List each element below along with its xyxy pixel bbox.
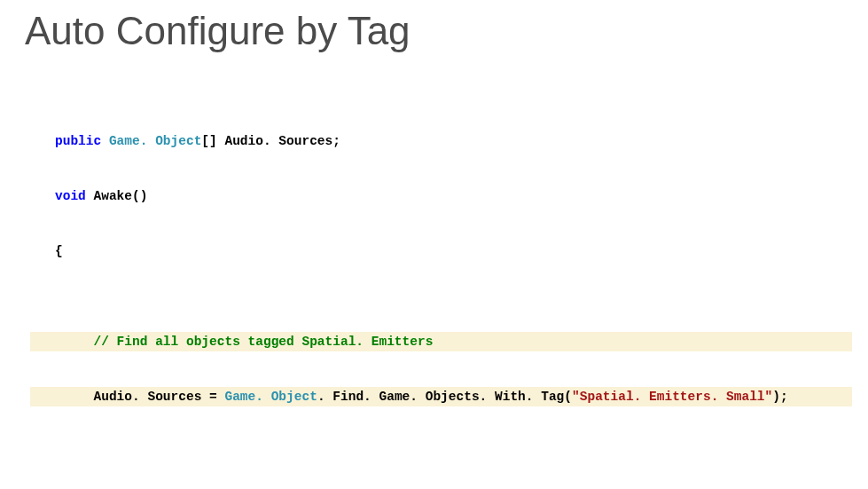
code-text: [] Audio. Sources; (201, 134, 340, 148)
code-block: public Game. Object[] Audio. Sources; vo… (30, 60, 852, 489)
code-line: { (30, 241, 852, 261)
code-text: Audio. Sources = (94, 390, 225, 404)
slide: Auto Configure by Tag public Game. Objec… (0, 0, 868, 489)
space (101, 134, 109, 148)
indent (55, 390, 94, 404)
code-line-highlight: Audio. Sources = Game. Object. Find. Gam… (30, 387, 852, 406)
type-gameobject: Game. Object (224, 390, 317, 404)
brace-open: { (55, 244, 63, 258)
code-text: . Find. Game. Objects. With. Tag( (317, 390, 572, 404)
code-text: Awake() (86, 189, 148, 203)
page-title: Auto Configure by Tag (25, 9, 843, 53)
code-text: ); (772, 390, 787, 404)
code-line-blank (30, 477, 852, 489)
indent (55, 335, 94, 349)
code-line: void Awake() (30, 186, 852, 206)
type-gameobject: Game. Object (109, 134, 201, 148)
string-literal: "Spatial. Emitters. Small" (572, 390, 772, 404)
comment: // Find all objects tagged Spatial. Emit… (94, 335, 434, 349)
code-line-highlight: // Find all objects tagged Spatial. Emit… (30, 332, 852, 351)
keyword-public: public (55, 134, 101, 148)
keyword-void: void (55, 189, 86, 203)
code-line: public Game. Object[] Audio. Sources; (30, 131, 852, 151)
